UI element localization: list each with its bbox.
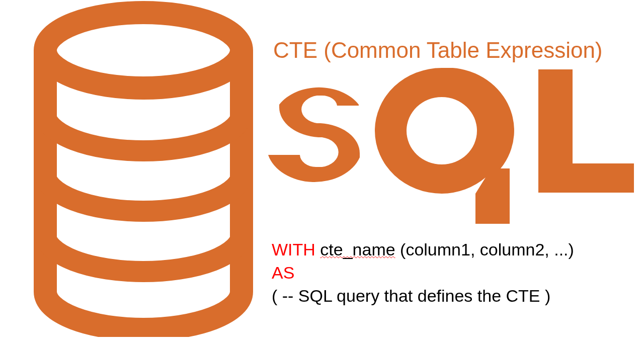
database-svg [28, 0, 259, 337]
database-icon [28, 0, 259, 337]
columns-part: (column1, column2, ...) [395, 240, 574, 259]
code-line-3: ( -- SQL query that defines the CTE ) [272, 285, 636, 308]
right-panel: CTE (Common Table Expression) WITH cte_n… [264, 38, 636, 308]
code-snippet: WITH cte_name (column1, column2, ...) AS… [264, 238, 636, 308]
sql-logo-icon [264, 68, 636, 224]
svg-point-0 [45, 13, 242, 88]
keyword-with: WITH [272, 240, 315, 259]
diagram-container: CTE (Common Table Expression) WITH cte_n… [0, 0, 644, 347]
code-line-1: WITH cte_name (column1, column2, ...) [272, 238, 636, 262]
diagram-title: CTE (Common Table Expression) [264, 38, 636, 63]
code-line-2: AS [272, 262, 636, 285]
keyword-as: AS [272, 263, 294, 282]
cte-identifier: cte_name [320, 240, 395, 259]
